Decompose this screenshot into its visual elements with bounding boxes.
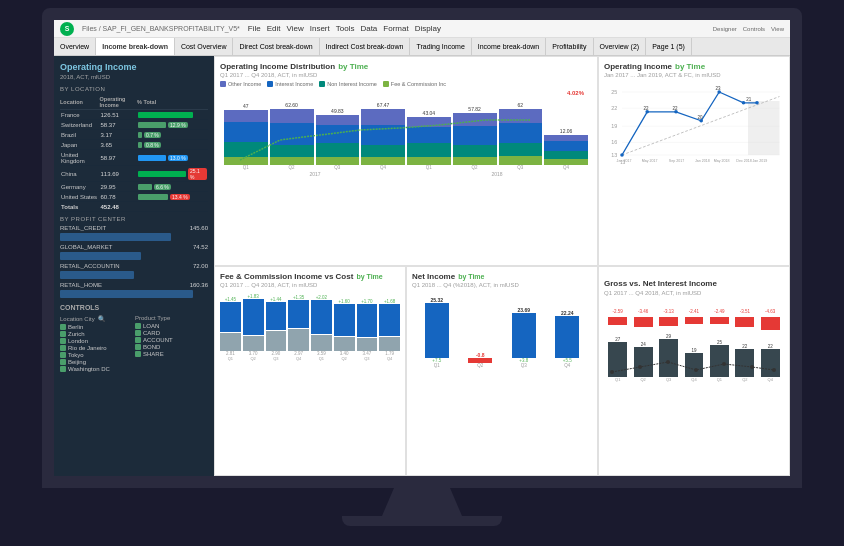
menu-display[interactable]: Display	[415, 24, 441, 33]
svg-text:19: 19	[611, 123, 617, 129]
view-label[interactable]: View	[771, 26, 784, 32]
file-path: Files / SAP_FI_GEN_BANKSPROFITABILITY_V5…	[82, 25, 240, 32]
fee-bar-top	[220, 302, 241, 332]
svg-text:25: 25	[611, 89, 617, 95]
menu-file[interactable]: File	[248, 24, 261, 33]
stacked-bar	[270, 109, 314, 165]
charts-area: Operating Income Distribution by Time Q1…	[214, 56, 790, 476]
table-row: United Kingdom 58.97 13.0 %	[60, 150, 208, 166]
table-row: Switzerland 58.37 12.9 %	[60, 120, 208, 130]
tab-cost-overview[interactable]: Cost Overview	[175, 38, 234, 55]
svg-text:May 2017: May 2017	[642, 159, 658, 163]
tab-indirect-cost[interactable]: Indirect Cost break-down	[320, 38, 411, 55]
table-row: Brazil 3.17 0.7 %	[60, 130, 208, 140]
svg-point-20	[674, 110, 678, 114]
svg-point-23	[742, 101, 746, 105]
svg-text:16: 16	[611, 139, 617, 145]
svg-point-21	[699, 119, 703, 123]
table-row: Germany 29.95 6.6 %	[60, 182, 208, 192]
city-checkbox-rio[interactable]: Rio de Janeiro	[60, 345, 133, 351]
menu-format[interactable]: Format	[383, 24, 408, 33]
menu-edit[interactable]: Edit	[267, 24, 281, 33]
bar-group-q1-2017: 47 Q1	[224, 103, 268, 170]
menu-view[interactable]: View	[287, 24, 304, 33]
designer-label[interactable]: Designer	[713, 26, 737, 32]
stacked-bar	[316, 115, 360, 165]
tab-overview2[interactable]: Overview (2)	[594, 38, 647, 55]
table-row: China 113.69 25.1 %	[60, 166, 208, 182]
svg-text:22: 22	[611, 105, 617, 111]
by-location-label: BY LOCATION	[60, 86, 208, 92]
pos-bar-5: 25 Q1	[708, 340, 731, 382]
menu-tools[interactable]: Tools	[336, 24, 355, 33]
pos-bar-4: 19 Q4	[682, 348, 705, 382]
product-checkbox-card[interactable]: CARD	[135, 330, 208, 336]
menu-insert[interactable]: Insert	[310, 24, 330, 33]
fee-bar-q3: +1.44 2.90 Q3	[266, 297, 287, 361]
tab-page1[interactable]: Page 1 (5)	[646, 38, 692, 55]
location-city-group: Location City 🔍 Berlin Zurich London Rio…	[60, 315, 133, 372]
bar-chart-distribution: 47 Q1	[220, 90, 592, 170]
city-checkbox-london[interactable]: London	[60, 338, 133, 344]
stacked-bar	[361, 109, 405, 165]
menu-bar: S Files / SAP_FI_GEN_BANKSPROFITABILITY_…	[54, 20, 790, 38]
city-checkbox-tokyo[interactable]: Tokyo	[60, 352, 133, 358]
bar-group-q2-2018: 57.82 Q2	[453, 106, 497, 170]
product-checkbox-share[interactable]: SHARE	[135, 351, 208, 357]
menu-data[interactable]: Data	[360, 24, 377, 33]
net-bar-q3: 23.69 +3.8 Q3	[504, 307, 544, 368]
city-checkbox-berlin[interactable]: Berlin	[60, 324, 133, 330]
fee-bar-chart: +1.45 2.81 Q1 +1.83 3.7	[220, 291, 400, 361]
chart-subtitle-oi-time: Jan 2017 ... Jan 2019, ACT & FC, in mlUS…	[604, 72, 784, 78]
net-bar-q1: 25.32 +7.5 Q1	[417, 297, 457, 368]
monitor-base	[342, 516, 502, 526]
product-checkbox-bond[interactable]: BOND	[135, 344, 208, 350]
chart-title-oi-time: Operating Income	[604, 62, 672, 71]
neg-bar-7: -4.63	[759, 299, 782, 330]
table-row: Totals 452.48	[60, 202, 208, 212]
fee-bar-q4: +1.35 2.97 Q4	[288, 295, 309, 361]
stacked-bar	[453, 113, 497, 165]
tab-income-breakdown[interactable]: Income break-down	[96, 38, 175, 55]
fee-bar-q4-2018: +1.68 1.79 Q4	[379, 299, 400, 361]
svg-text:Jan 2017: Jan 2017	[617, 159, 632, 163]
svg-text:21: 21	[746, 97, 752, 102]
profit-row: GLOBAL_MARKET 74.52	[60, 244, 208, 250]
net-bar-q3-bar	[512, 313, 536, 358]
tab-income2[interactable]: Income break-down	[472, 38, 546, 55]
svg-point-24	[755, 101, 759, 105]
net-bar-q2: -0.8 Q2	[461, 352, 501, 368]
tab-profitability[interactable]: Profitability	[546, 38, 593, 55]
fee-bar-bottom	[220, 333, 241, 351]
negative-bars: -2.59 -3.46 -3.13 -2.41 -2.49 -3.51 -4.6…	[604, 299, 784, 330]
svg-point-18	[620, 153, 624, 157]
bar-group-q3-2018: 62 Q3	[499, 102, 543, 170]
svg-text:Dec 2018: Dec 2018	[736, 159, 751, 163]
product-checkbox-loan[interactable]: LOAN	[135, 323, 208, 329]
fee-bar-q1: +1.45 2.81 Q1	[220, 297, 241, 361]
profit-bar	[60, 252, 141, 260]
tab-trading[interactable]: Trading Income	[410, 38, 471, 55]
tab-direct-cost[interactable]: Direct Cost break-down	[233, 38, 319, 55]
controls-label[interactable]: Controls	[743, 26, 765, 32]
tab-bar: Overview Income break-down Cost Overview…	[54, 38, 790, 56]
pos-bar-3: 29 Q3	[657, 334, 680, 382]
svg-text:May 2018: May 2018	[714, 159, 730, 163]
svg-text:Jan 2018: Jan 2018	[695, 159, 710, 163]
search-icon[interactable]: 🔍	[98, 315, 105, 322]
profit-bar	[60, 271, 134, 279]
legend-fee-commission: Fee & Commission Inc	[383, 81, 446, 87]
chart-subtitle-distribution: Q1 2017 ... Q4 2018, ACT, in mlUSD	[220, 72, 592, 78]
city-checkbox-zurich[interactable]: Zurich	[60, 331, 133, 337]
chart-gross-net-interest: Gross vs. Net Interest Income Q1 2017 ..…	[598, 266, 790, 476]
city-checkbox-beijing[interactable]: Beijing	[60, 359, 133, 365]
chart-subtitle-net: Q1 2018 ... Q4 (%2018), ACT, in mlUSD	[412, 282, 592, 288]
monitor-wrapper: S Files / SAP_FI_GEN_BANKSPROFITABILITY_…	[12, 8, 832, 538]
city-checkbox-washington[interactable]: Washington DC	[60, 366, 133, 372]
tab-overview[interactable]: Overview	[54, 38, 96, 55]
bar-group-q4-2017: 67.47 Q4	[361, 102, 405, 170]
profit-row: RETAIL_HOME 160.36	[60, 282, 208, 288]
product-checkbox-account[interactable]: ACCOUNT	[135, 337, 208, 343]
controls-section: CONTROLS Location City 🔍 Berlin Zurich L…	[60, 304, 208, 372]
pos-bar-1: 27 Q1	[606, 337, 629, 382]
